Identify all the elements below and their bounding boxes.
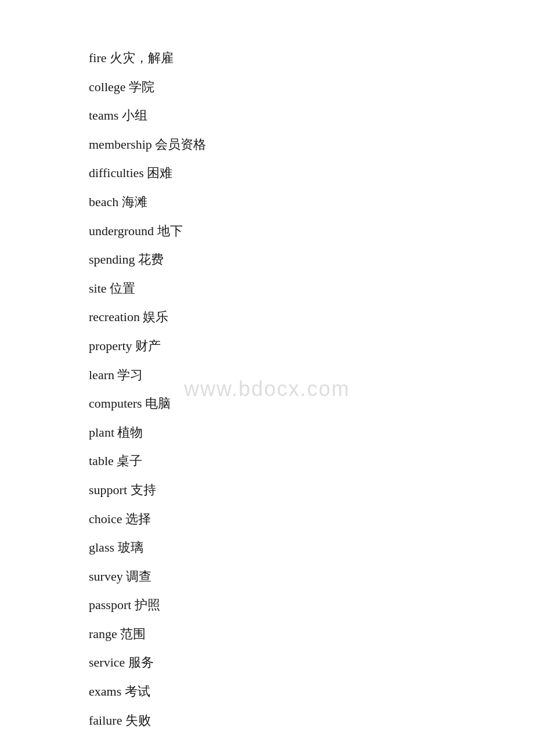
vocabulary-list: fire 火灾，解雇college 学院teams 小组membership 会… (89, 46, 534, 732)
list-item: college 学院 (89, 75, 534, 99)
list-item: teams 小组 (89, 104, 534, 127)
list-item: learn 学习 (89, 363, 534, 387)
list-item: fire 火灾，解雇 (89, 46, 534, 70)
list-item: failure 失败 (89, 709, 534, 732)
list-item: difficulties 困难 (89, 161, 534, 185)
list-item: choice 选择 (89, 507, 534, 531)
list-item: property 财产 (89, 334, 534, 358)
list-item: recreation 娱乐 (89, 305, 534, 329)
list-item: plant 植物 (89, 421, 534, 444)
list-item: exams 考试 (89, 680, 534, 703)
list-item: support 支持 (89, 478, 534, 502)
list-item: beach 海滩 (89, 190, 534, 214)
list-item: table 桌子 (89, 449, 534, 473)
list-item: membership 会员资格 (89, 133, 534, 156)
list-item: glass 玻璃 (89, 536, 534, 559)
list-item: spending 花费 (89, 248, 534, 271)
list-item: range 范围 (89, 622, 534, 646)
list-item: passport 护照 (89, 593, 534, 617)
list-item: underground 地下 (89, 219, 534, 243)
list-item: service 服务 (89, 651, 534, 674)
main-content: fire 火灾，解雇college 学院teams 小组membership 会… (0, 0, 534, 756)
list-item: site 位置 (89, 277, 534, 300)
list-item: computers 电脑 (89, 392, 534, 415)
list-item: survey 调查 (89, 565, 534, 588)
